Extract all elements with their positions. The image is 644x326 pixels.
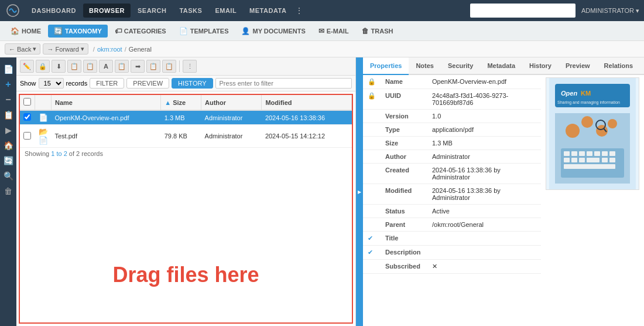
file-panel: ✏️ 🔒 ⬇ 📋 📋 A 📋 ➡ 📋 📋 ⋮ Show 15 25 50 rec	[16, 57, 356, 326]
svg-point-23	[581, 116, 593, 128]
records-label: records	[66, 80, 88, 87]
prop-type-value: application/pdf	[427, 123, 541, 137]
svg-text:Open: Open	[561, 90, 577, 97]
tab-home[interactable]: 🏠 HOME	[5, 25, 47, 38]
pdf-icon: 📄	[39, 136, 48, 145]
prop-subscribed-value: ✕	[427, 260, 541, 274]
sidebar-icon-trash[interactable]: 🗑	[1, 184, 15, 198]
prop-version-label: Version	[381, 110, 427, 123]
download-button[interactable]: ⬇	[52, 60, 66, 73]
paste-button[interactable]: 📋	[83, 60, 97, 73]
nav-dashboard[interactable]: DASHBOARD	[26, 4, 82, 18]
nav-browser[interactable]: BROWSER	[83, 4, 131, 18]
show-count-select[interactable]: 15 25 50	[39, 78, 64, 89]
global-search-input[interactable]	[470, 4, 576, 18]
sidebar-icon-search[interactable]: 🔍	[1, 169, 15, 183]
row-type-cell: 📄	[35, 110, 52, 125]
forward-button[interactable]: → Forward ▾	[43, 43, 88, 55]
second-navigation: 🏠 HOME 🔄 TAXONOMY 🏷 CATEGORIES 📄 TEMPLAT…	[0, 21, 644, 41]
nav-tasks[interactable]: TASKS	[173, 4, 208, 18]
tab-email[interactable]: ✉ E-MAIL	[313, 25, 355, 38]
filter-input[interactable]	[215, 78, 352, 89]
prop-check-icon: ✔	[363, 246, 381, 260]
sidebar-icon-play[interactable]: ▶	[1, 123, 15, 137]
tab-categories[interactable]: 🏷 CATEGORIES	[109, 25, 172, 38]
prop-spacer	[363, 150, 381, 164]
type-col-header	[35, 95, 52, 110]
sidebar-icon-home[interactable]: 🏠	[1, 138, 15, 152]
table-row[interactable]: 📂 📄 Test.pdf 79.8 KB Administrator 2024-…	[20, 125, 352, 148]
tab-templates[interactable]: 📄 TEMPLATES	[173, 25, 235, 38]
taxonomy-icon: 🔄	[54, 27, 63, 35]
nav-email[interactable]: EMAIL	[209, 4, 242, 18]
tab-security[interactable]: Security	[441, 57, 480, 75]
properties-button[interactable]: 📋	[146, 60, 160, 73]
svg-rect-14	[609, 151, 615, 156]
user-menu[interactable]: ADMINISTRATOR ▾	[581, 7, 639, 15]
main-layout: 📄 + − 📋 ▶ 🏠 🔄 🔍 🗑 ✏️ 🔒 ⬇ 📋 📋 A 📋 ➡ 📋 📋 ⋮	[0, 57, 644, 326]
history-tab[interactable]: HISTORY	[172, 78, 213, 89]
clipboard-button[interactable]: 📋	[115, 60, 129, 73]
svg-rect-12	[594, 151, 600, 156]
tab-history[interactable]: History	[522, 57, 559, 75]
sidebar-icon-document[interactable]: 📄	[1, 62, 15, 76]
property-row: 🔒 Name OpenKM-Overview-en.pdf	[363, 75, 541, 89]
sidebar-icon-refresh[interactable]: 🔄	[1, 154, 15, 168]
tab-taxonomy[interactable]: 🔄 TAXONOMY	[48, 25, 108, 38]
row-checkbox[interactable]	[23, 113, 31, 121]
prop-uuid-label: UUID	[381, 89, 427, 110]
row-name-cell: OpenKM-Overview-en.pdf	[52, 110, 161, 125]
more-options-button[interactable]: ⋮	[183, 60, 197, 73]
showing-range[interactable]: 1 to 2	[51, 150, 67, 157]
row-name-cell: Test.pdf	[52, 125, 161, 148]
tab-preview[interactable]: Preview	[559, 57, 597, 75]
nav-metadata[interactable]: METADATA	[244, 4, 292, 18]
table-row[interactable]: 📄 OpenKM-Overview-en.pdf 1.3 MB Administ…	[20, 110, 352, 125]
tab-relations[interactable]: Relations	[597, 57, 640, 75]
size-col-header[interactable]: ▲ Size	[161, 95, 201, 110]
tab-metadata[interactable]: Metadata	[480, 57, 522, 75]
select-all-checkbox[interactable]	[23, 98, 31, 106]
edit-button[interactable]: ✏️	[20, 60, 34, 73]
folder-icon: 📂	[39, 127, 48, 136]
tab-trash[interactable]: 🗑 TRASH	[356, 25, 399, 38]
tab-notes[interactable]: Notes	[409, 57, 441, 75]
properties-tabs: Properties Notes Security Metadata Histo…	[363, 57, 644, 75]
add-note-button[interactable]: A	[99, 60, 113, 73]
panel-expand-handle[interactable]: ▶	[356, 57, 363, 326]
prop-check-icon: ✔	[363, 232, 381, 246]
tab-properties[interactable]: Properties	[363, 57, 409, 75]
property-row: 🔒 UUID 24c48af3-f3d1-4036-9273-701669bf8…	[363, 89, 541, 110]
svg-rect-21	[564, 164, 615, 169]
copy-button[interactable]: 📋	[67, 60, 81, 73]
file-table-container: Name ▲ Size Author Modified 📄	[19, 94, 353, 324]
prop-type-label: Type	[381, 123, 427, 137]
back-arrow-icon: ←	[9, 46, 15, 53]
move-button[interactable]: ➡	[131, 60, 145, 73]
row-checkbox-cell	[20, 110, 35, 125]
more-button[interactable]: 📋	[162, 60, 176, 73]
lock-button[interactable]: 🔒	[36, 60, 50, 73]
name-col-header[interactable]: Name	[52, 95, 161, 110]
property-row: Created 2024-05-16 13:38:36 by Administr…	[363, 164, 541, 184]
prop-modified-label: Modified	[381, 184, 427, 205]
sidebar-icon-copy[interactable]: 📋	[1, 108, 15, 122]
row-checkbox[interactable]	[23, 132, 31, 140]
back-button[interactable]: ← Back ▾	[5, 43, 40, 55]
nav-more-icon[interactable]: ⋮	[293, 3, 305, 18]
tab-my-documents[interactable]: 👤 MY DOCUMENTS	[235, 25, 311, 38]
prop-description-value	[427, 246, 541, 260]
filter-tab[interactable]: FILTER	[90, 78, 124, 89]
svg-point-22	[566, 124, 580, 138]
preview-tab[interactable]: PREVIEW	[126, 78, 169, 89]
modified-col-header[interactable]: Modified	[262, 95, 352, 110]
svg-rect-10	[579, 151, 585, 156]
properties-table-wrap: 🔒 Name OpenKM-Overview-en.pdf 🔒 UUID 24c…	[363, 75, 541, 326]
sidebar-icon-add[interactable]: +	[1, 77, 15, 91]
author-col-header[interactable]: Author	[201, 95, 262, 110]
breadcrumb-root[interactable]: okm:root	[97, 46, 122, 53]
sidebar-icon-minus[interactable]: −	[1, 93, 15, 107]
svg-rect-17	[579, 158, 585, 162]
prop-status-value: Active	[427, 205, 541, 218]
nav-search[interactable]: SEARCH	[132, 4, 172, 18]
